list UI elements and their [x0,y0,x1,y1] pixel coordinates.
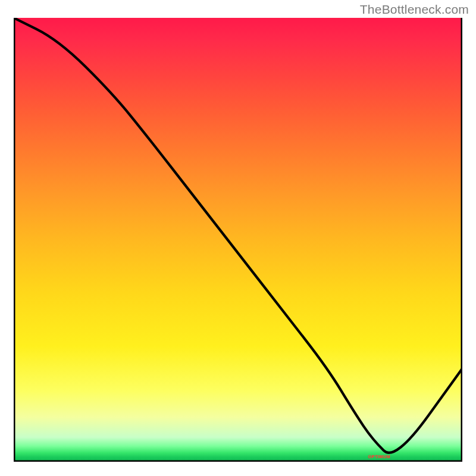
chart-area: OPTIMUM [14,18,462,462]
chart-root: TheBottleneck.com OPTIMUM [0,0,476,476]
gradient-background [14,18,462,462]
attribution-label: TheBottleneck.com [360,2,469,17]
optimum-label: OPTIMUM [368,455,390,459]
